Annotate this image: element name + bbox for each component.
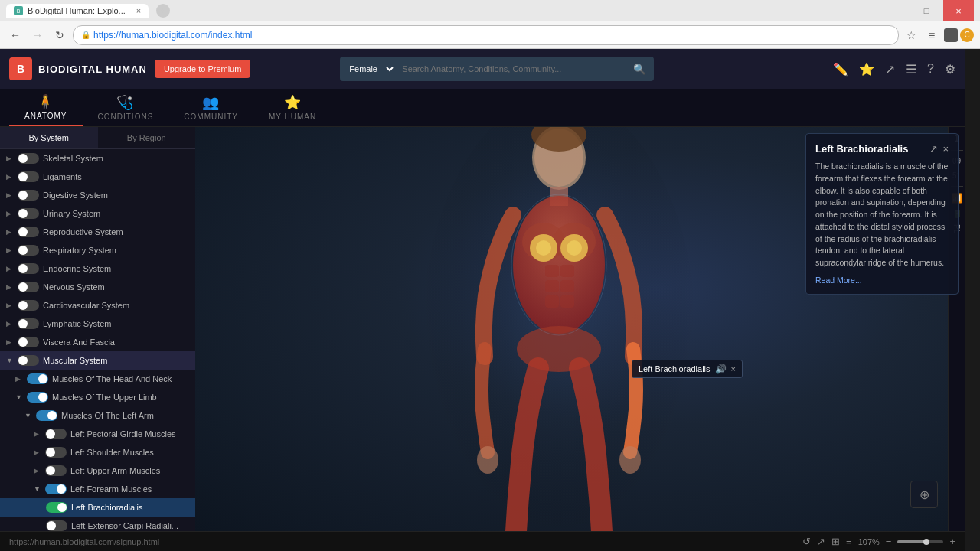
bookmark-star-icon[interactable]: ☆ <box>903 27 920 44</box>
tab-my-human[interactable]: ⭐ MY HUMAN <box>253 89 332 126</box>
list-item[interactable]: ▶ Left Pectoral Girdle Muscles <box>0 425 195 443</box>
logo-area: B BIODIGITAL HUMAN <box>9 57 147 80</box>
item-label: Left Brachioradialis <box>71 503 143 512</box>
list-item[interactable]: ▶ Muscles Of The Head And Neck <box>0 370 195 388</box>
help-icon[interactable]: ? <box>927 62 934 76</box>
list-item[interactable]: Left Extensor Carpi Radiali... <box>0 517 195 531</box>
ligaments-toggle[interactable] <box>18 171 39 182</box>
tooltip-close-icon[interactable]: × <box>731 364 736 373</box>
search-button[interactable]: 🔍 <box>626 57 654 81</box>
search-input[interactable] <box>396 57 626 81</box>
list-item[interactable]: Left Brachioradialis <box>0 498 195 517</box>
svg-point-16 <box>567 240 582 256</box>
browser-menu-icon[interactable]: ≡ <box>923 27 940 44</box>
forward-button[interactable]: → <box>28 26 47 44</box>
brachioradialis-toggle[interactable] <box>46 502 67 513</box>
sidebar-tab-by-region[interactable]: By Region <box>98 127 196 148</box>
upper-limb-toggle[interactable] <box>27 392 48 403</box>
list-item[interactable]: ▶ Viscera And Fascia <box>0 333 195 351</box>
upper-arm-toggle[interactable] <box>45 465 67 476</box>
list-item[interactable]: ▶ Nervous System <box>0 278 195 296</box>
left-arm-toggle[interactable] <box>36 410 57 421</box>
skeletal-toggle[interactable] <box>18 153 39 164</box>
list-item[interactable]: ▼ Left Forearm Muscles <box>0 480 195 498</box>
close-button[interactable]: × <box>943 0 974 21</box>
list-item[interactable]: ▼ Muscles Of The Left Arm <box>0 406 195 425</box>
nervous-toggle[interactable] <box>18 282 39 292</box>
tab-conditions[interactable]: 🩺 CONDITIONS <box>83 89 169 126</box>
reload-button[interactable]: ↻ <box>51 26 69 44</box>
tab-community[interactable]: 👥 COMMUNITY <box>168 89 253 126</box>
list-item[interactable]: ▶ Cardiovascular System <box>0 296 195 315</box>
list-item[interactable]: ▶ Ligaments <box>0 168 195 186</box>
sidebar-tab-by-system[interactable]: By System <box>0 127 98 148</box>
star-icon[interactable]: ⭐ <box>859 62 874 77</box>
list-item[interactable]: ▶ Skeletal System <box>0 149 195 168</box>
edit-icon[interactable]: ✏️ <box>833 62 848 77</box>
back-button[interactable]: ← <box>6 26 24 44</box>
list-item[interactable]: ▶ Respiratory System <box>0 241 195 259</box>
svg-rect-9 <box>560 280 574 292</box>
minimize-button[interactable]: – <box>879 0 910 21</box>
address-bar[interactable]: 🔒 https://human.biodigital.com/index.htm… <box>73 25 899 45</box>
browser-tab[interactable]: B BioDigital Human: Explo... × <box>6 4 149 18</box>
head-neck-toggle[interactable] <box>27 373 48 384</box>
item-label: Viscera And Fascia <box>43 337 115 347</box>
list-item[interactable]: ▼ Muscles Of The Upper Limb <box>0 388 195 406</box>
settings-icon[interactable]: ⚙ <box>945 62 956 77</box>
zoom-slider[interactable] <box>897 540 943 543</box>
list-icon[interactable]: ☰ <box>906 62 916 77</box>
new-tab-button[interactable]: + <box>156 4 170 18</box>
urinary-toggle[interactable] <box>18 208 39 219</box>
list-item[interactable]: ▼ Muscular System <box>0 351 195 370</box>
tooltip-audio-icon[interactable]: 🔊 <box>715 364 727 374</box>
reload-status-icon[interactable]: ↺ <box>802 536 811 547</box>
list-item[interactable]: ▶ Reproductive System <box>0 223 195 241</box>
restore-button[interactable]: □ <box>911 0 942 21</box>
community-label: COMMUNITY <box>184 112 238 121</box>
list-view-icon[interactable]: ≡ <box>846 536 852 547</box>
external-link-icon[interactable]: ↗ <box>929 143 938 155</box>
gender-select[interactable]: Female <box>340 57 396 81</box>
tab-anatomy[interactable]: 🧍 ANATOMY <box>9 89 83 126</box>
list-item[interactable]: ▶ Left Upper Arm Muscles <box>0 461 195 480</box>
nav-arrows-icon[interactable]: ⊕ <box>920 487 929 502</box>
zoom-in-icon[interactable]: + <box>949 536 956 547</box>
my-human-label: MY HUMAN <box>269 112 316 121</box>
grid-view-icon[interactable]: ⊞ <box>831 536 840 547</box>
expand-arrow-icon: ▶ <box>6 302 14 309</box>
muscular-toggle[interactable] <box>18 355 39 366</box>
lymphatic-toggle[interactable] <box>18 318 39 329</box>
extension-icon-2[interactable]: C <box>960 28 974 42</box>
expand-arrow-icon: ▶ <box>6 191 14 199</box>
upgrade-button[interactable]: Upgrade to Premium <box>155 60 251 78</box>
endocrine-toggle[interactable] <box>18 263 39 274</box>
extensor-carpi-1-toggle[interactable] <box>46 520 67 531</box>
expand-arrow-icon: ▶ <box>6 246 14 254</box>
tab-title: BioDigital Human: Explo... <box>28 6 126 15</box>
viscera-toggle[interactable] <box>18 337 39 347</box>
read-more-link[interactable]: Read More... <box>815 276 949 285</box>
close-info-icon[interactable]: × <box>942 143 949 155</box>
list-item[interactable]: ▶ Digestive System <box>0 186 195 204</box>
list-item[interactable]: ▶ Left Shoulder Muscles <box>0 443 195 461</box>
forearm-toggle[interactable] <box>45 484 67 494</box>
nav-controls: ⊕ <box>910 481 938 508</box>
digestive-toggle[interactable] <box>18 190 39 201</box>
list-item[interactable]: ▶ Urinary System <box>0 204 195 223</box>
list-item[interactable]: ▶ Lymphatic System <box>0 315 195 333</box>
share-icon[interactable]: ↗ <box>885 62 895 77</box>
pectoral-toggle[interactable] <box>45 429 67 439</box>
body-model <box>425 127 693 531</box>
reproductive-toggle[interactable] <box>18 227 39 237</box>
cardiovascular-toggle[interactable] <box>18 300 39 311</box>
zoom-out-icon[interactable]: − <box>886 536 892 547</box>
external-status-icon[interactable]: ↗ <box>817 536 825 547</box>
status-url: https://human.biodigital.com/signup.html <box>9 537 796 546</box>
expand-arrow-icon: ▶ <box>6 173 14 181</box>
respiratory-toggle[interactable] <box>18 245 39 256</box>
list-item[interactable]: ▶ Endocrine System <box>0 259 195 278</box>
extension-icon-1[interactable] <box>944 28 958 42</box>
tab-close-icon[interactable]: × <box>136 6 141 15</box>
shoulder-toggle[interactable] <box>45 447 67 458</box>
